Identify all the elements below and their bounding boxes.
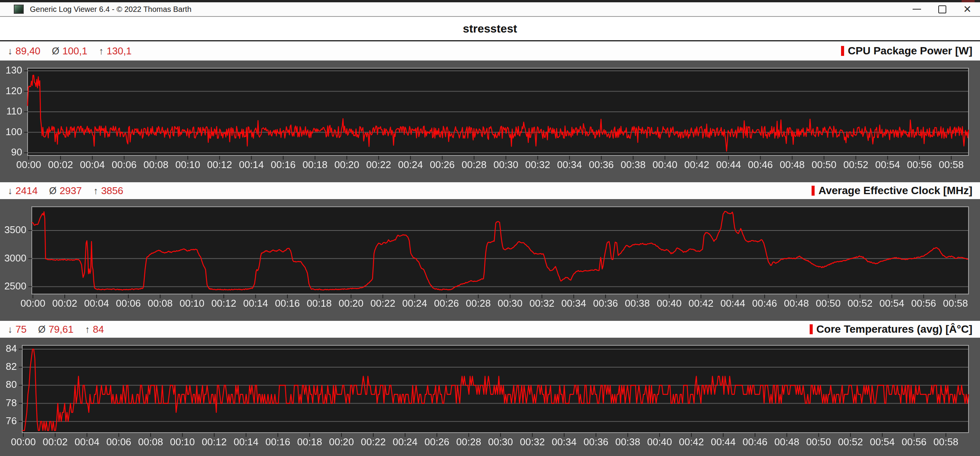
- chart1-panel: [0, 60, 980, 182]
- window-title: Generic Log Viewer 6.4 - © 2022 Thomas B…: [30, 5, 191, 14]
- min-arrow-icon: ↓: [8, 185, 13, 196]
- chart3-stats-row: ↓ 75 Ø 79,61 ↑ 84 Core Temperatures (avg…: [0, 321, 980, 338]
- max-arrow-icon: ↑: [99, 46, 104, 57]
- minimize-button[interactable]: [904, 2, 929, 16]
- chart3-title: Core Temperatures (avg) [Â°C]: [817, 323, 972, 335]
- max-arrow-icon: ↑: [93, 185, 98, 196]
- chart2-title: Average Effective Clock [MHz]: [818, 185, 972, 197]
- chart1-stats-row: ↓ 89,40 Ø 100,1 ↑ 130,1 CPU Package Powe…: [0, 41, 980, 60]
- chart1-title: CPU Package Power [W]: [848, 45, 972, 57]
- cpu-power-chart[interactable]: [0, 60, 980, 182]
- avg-value: 2937: [60, 185, 82, 197]
- avg-icon: Ø: [49, 185, 56, 196]
- min-value: 89,40: [16, 45, 41, 57]
- chart2-panel: [0, 199, 980, 321]
- max-value: 84: [93, 324, 104, 335]
- maximize-button[interactable]: [929, 2, 955, 16]
- minimize-icon: [913, 9, 921, 10]
- chart2-stats-row: ↓ 2414 Ø 2937 ↑ 3856 Average Effective C…: [0, 182, 980, 199]
- min-arrow-icon: ↓: [8, 324, 13, 335]
- avg-value: 100,1: [62, 45, 87, 57]
- avg-icon: Ø: [52, 46, 59, 57]
- window-controls: ✕: [904, 2, 980, 16]
- window-titlebar[interactable]: Generic Log Viewer 6.4 - © 2022 Thomas B…: [0, 2, 980, 17]
- core-temps-chart[interactable]: [0, 338, 980, 456]
- background-window-edge: [962, 0, 975, 2]
- close-icon: ✕: [963, 4, 972, 14]
- maximize-icon: [938, 5, 946, 13]
- max-value: 130,1: [107, 45, 132, 57]
- background-window-strip: [0, 0, 980, 2]
- log-header: stresstest: [0, 17, 980, 41]
- series-legend-marker: [841, 46, 844, 56]
- series-legend-marker: [810, 324, 813, 334]
- avg-icon: Ø: [38, 324, 45, 335]
- min-arrow-icon: ↓: [8, 46, 13, 57]
- min-value: 75: [16, 324, 27, 335]
- app-icon: [14, 5, 24, 14]
- max-arrow-icon: ↑: [85, 324, 90, 335]
- max-value: 3856: [101, 185, 123, 197]
- effective-clock-chart[interactable]: [0, 199, 980, 321]
- avg-value: 79,61: [49, 324, 74, 335]
- series-legend-marker: [812, 186, 815, 196]
- page-title: stresstest: [463, 22, 517, 35]
- chart3-panel: [0, 338, 980, 456]
- close-button[interactable]: ✕: [955, 2, 980, 16]
- min-value: 2414: [16, 185, 38, 197]
